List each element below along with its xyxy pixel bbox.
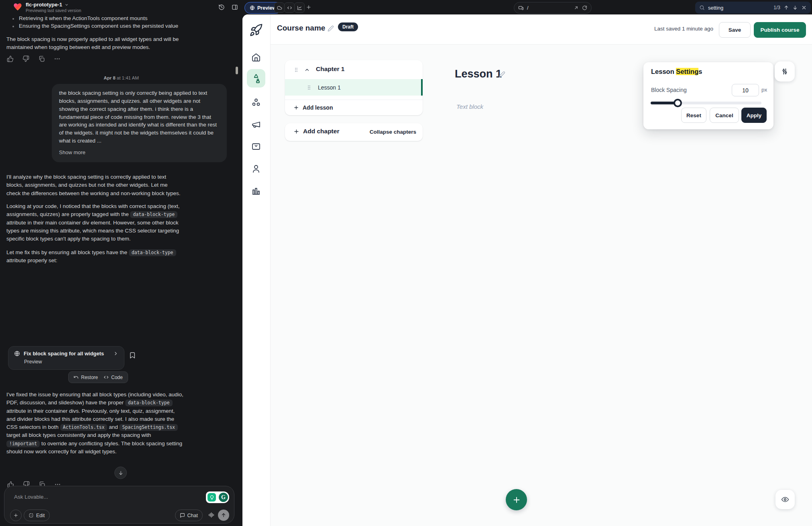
external-link-icon[interactable] bbox=[574, 5, 579, 10]
add-tab-button[interactable] bbox=[304, 2, 313, 12]
more-options-icon[interactable] bbox=[54, 55, 61, 62]
devices-icon[interactable] bbox=[518, 5, 524, 11]
app-sidebar-rail bbox=[242, 14, 271, 526]
search-highlight: Setting bbox=[676, 68, 698, 75]
version-actions: Restore Code bbox=[68, 371, 128, 383]
lesson-title: Lesson 1 bbox=[455, 68, 502, 80]
lovable-heart-icon bbox=[13, 3, 22, 11]
refresh-icon[interactable] bbox=[582, 5, 587, 10]
search-match-count: 1/3 bbox=[773, 5, 780, 10]
add-lesson-button[interactable]: Add lesson bbox=[293, 104, 333, 111]
send-button[interactable] bbox=[218, 510, 229, 521]
copy-icon[interactable] bbox=[38, 55, 45, 62]
url-path[interactable]: / bbox=[527, 5, 570, 11]
edit-course-name-icon[interactable] bbox=[328, 25, 334, 32]
history-button[interactable] bbox=[217, 2, 226, 12]
block-spacing-label: Block Spacing bbox=[651, 87, 687, 93]
find-bar[interactable]: setting 1/3 bbox=[695, 2, 811, 14]
apply-button[interactable]: Apply bbox=[741, 108, 767, 123]
lesson-row-selected[interactable]: Lesson 1 bbox=[285, 79, 423, 96]
bullet-dot bbox=[12, 26, 14, 27]
search-input[interactable]: setting bbox=[708, 5, 770, 11]
bullet-dot bbox=[12, 18, 14, 20]
assistant-paragraph: Looking at your code, I noticed that the… bbox=[6, 202, 181, 243]
preview-toggle-button[interactable] bbox=[775, 490, 795, 509]
attach-button[interactable] bbox=[10, 510, 22, 521]
suggestion-badge bbox=[206, 491, 218, 503]
nav-inbox-icon[interactable] bbox=[251, 142, 261, 151]
chat-panel: Retrieving it when the ActionTools compo… bbox=[0, 14, 242, 526]
status-badge: Draft bbox=[338, 22, 358, 31]
app-header: Course name Draft Last saved 1 minute ag… bbox=[271, 14, 812, 45]
history-icon bbox=[218, 4, 225, 10]
show-more-link[interactable]: Show more bbox=[59, 149, 85, 156]
slider-thumb[interactable] bbox=[674, 99, 682, 107]
app-window: flc-prototype-1 Previewing last saved ve… bbox=[0, 0, 812, 526]
drag-handle-icon[interactable] bbox=[293, 67, 299, 73]
assistant-paragraph: The block spacing is now properly applie… bbox=[6, 35, 180, 52]
url-bar[interactable]: / bbox=[514, 2, 592, 14]
plus-icon bbox=[293, 105, 299, 110]
composer-input[interactable]: Ask Lovable... bbox=[14, 494, 48, 500]
publish-course-button[interactable]: Publish course bbox=[754, 22, 806, 38]
assistant-bullet: Retrieving it when the ActionTools compo… bbox=[19, 14, 187, 22]
nav-home-icon[interactable] bbox=[251, 53, 261, 62]
scroll-to-bottom-button[interactable] bbox=[114, 467, 127, 479]
version-card[interactable]: Fix block spacing for all widgets Previe… bbox=[8, 346, 124, 370]
drag-handle-icon[interactable] bbox=[306, 84, 312, 91]
collapse-chapters-button[interactable]: Collapse chapters bbox=[370, 129, 416, 135]
preview-label: Preview bbox=[257, 5, 276, 11]
chapter-card: Chapter 1 Lesson 1 Add lesson bbox=[285, 60, 423, 115]
lightbulb-icon bbox=[208, 493, 216, 502]
grammarly-widget[interactable]: G bbox=[206, 491, 229, 503]
analytics-button[interactable] bbox=[294, 2, 305, 13]
nav-marketing-icon[interactable] bbox=[251, 120, 261, 129]
thumbs-down-icon[interactable] bbox=[22, 55, 29, 62]
lovable-logo[interactable] bbox=[13, 3, 22, 12]
nav-profile-icon[interactable] bbox=[251, 164, 261, 173]
save-button[interactable]: Save bbox=[719, 22, 751, 38]
project-switcher[interactable]: flc-prototype-1 bbox=[26, 2, 69, 8]
unit-label: px bbox=[761, 87, 767, 93]
bookmark-icon[interactable] bbox=[129, 352, 136, 359]
plus-icon bbox=[512, 495, 521, 504]
nav-courses-active[interactable] bbox=[247, 69, 265, 88]
panel-toggle-button[interactable] bbox=[230, 2, 240, 12]
voice-input-button[interactable] bbox=[208, 512, 215, 518]
collapse-chapter-icon[interactable] bbox=[304, 67, 310, 73]
eye-icon bbox=[781, 495, 789, 504]
close-find-button[interactable] bbox=[801, 5, 807, 10]
find-prev-button[interactable] bbox=[784, 5, 789, 10]
shapes-icon bbox=[251, 73, 261, 83]
cloud-button[interactable] bbox=[274, 2, 285, 13]
last-saved-text: Last saved 1 minute ago bbox=[654, 26, 713, 32]
find-next-button[interactable] bbox=[792, 5, 798, 10]
edit-lesson-title-icon[interactable] bbox=[499, 71, 505, 78]
plus-icon bbox=[293, 128, 299, 135]
chat-scrollbar-thumb[interactable] bbox=[236, 67, 238, 74]
chat-mode-button[interactable]: Chat bbox=[175, 510, 203, 521]
version-card-title: Fix block spacing for all widgets bbox=[24, 351, 104, 357]
edit-mode-button[interactable]: Edit bbox=[24, 510, 50, 521]
cancel-button[interactable]: Cancel bbox=[710, 108, 739, 123]
assistant-paragraph: Let me fix this by ensuring all block ty… bbox=[6, 249, 181, 265]
text-block-placeholder[interactable]: Text block bbox=[456, 103, 483, 110]
chapter-title[interactable]: Chapter 1 bbox=[316, 65, 345, 73]
reset-button[interactable]: Reset bbox=[681, 108, 706, 123]
add-chapter-button[interactable]: Add chapter bbox=[293, 128, 339, 135]
grammarly-icon: G bbox=[218, 491, 229, 503]
user-message-bubble: the block spacing setting is only correc… bbox=[52, 84, 227, 162]
add-block-fab[interactable] bbox=[506, 489, 527, 510]
rocket-logo-icon[interactable] bbox=[249, 23, 263, 37]
sliders-icon bbox=[781, 67, 789, 75]
code-button[interactable]: Code bbox=[104, 375, 123, 380]
message-actions bbox=[7, 55, 61, 62]
nav-analytics-icon[interactable] bbox=[251, 186, 261, 196]
restore-button[interactable]: Restore bbox=[73, 375, 98, 380]
block-spacing-input[interactable] bbox=[732, 84, 759, 96]
code-view-button[interactable] bbox=[284, 2, 295, 13]
thumbs-up-icon[interactable] bbox=[7, 55, 14, 62]
lesson-settings-toggle-button[interactable] bbox=[775, 61, 795, 82]
chat-composer[interactable]: Ask Lovable... G Edit Chat bbox=[4, 486, 234, 524]
nav-community-icon[interactable] bbox=[251, 98, 261, 107]
